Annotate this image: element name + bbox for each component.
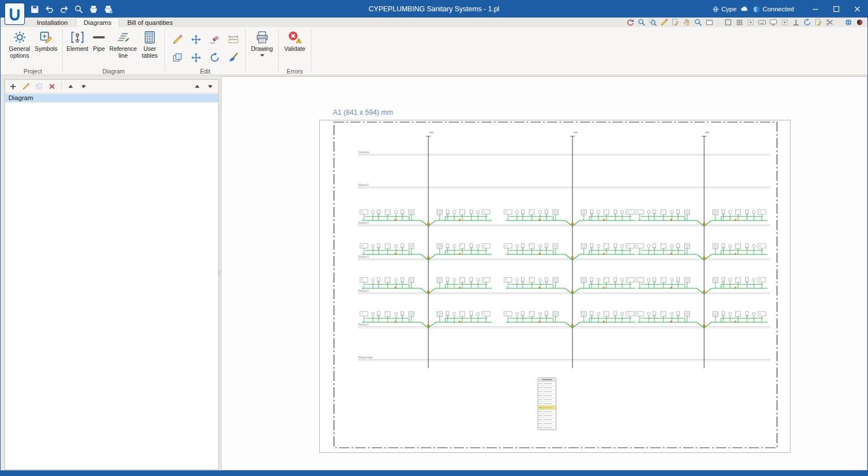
move-up-button[interactable] — [65, 81, 76, 92]
print-options-button[interactable] — [102, 3, 114, 15]
cloud-icon[interactable] — [740, 5, 749, 14]
edit-move-icon — [190, 34, 202, 45]
tab-diagrams[interactable]: Diagrams — [76, 18, 119, 27]
zoom-button[interactable] — [73, 3, 84, 15]
duplicate-diagram-icon — [35, 83, 43, 90]
edit-brush-icon — [228, 52, 239, 63]
web-icon — [844, 18, 853, 27]
save-button[interactable] — [29, 3, 40, 15]
zoom-window-icon — [637, 18, 646, 27]
new-window-button[interactable] — [705, 18, 714, 27]
scroll-up-button[interactable] — [192, 81, 203, 92]
selection-window-button[interactable] — [780, 18, 789, 27]
add-diagram-button[interactable] — [7, 81, 19, 92]
move-down-button[interactable] — [78, 81, 89, 92]
keyboard-input-button[interactable] — [757, 18, 767, 27]
brand-label[interactable]: Cype — [722, 6, 737, 12]
edit-diagram-icon — [22, 83, 30, 90]
drawing-canvas[interactable]: A1 (841 x 594) mm CubiertaPlanta 5Planta… — [221, 76, 867, 470]
edit-erase-button[interactable] — [205, 31, 224, 49]
diagram-list-panel: Diagram — [5, 79, 219, 470]
web-button[interactable] — [844, 18, 853, 27]
object-snap-button[interactable] — [746, 18, 756, 27]
maximize-button[interactable] — [826, 1, 847, 18]
rotate-view-icon — [803, 18, 811, 27]
minimize-button[interactable] — [805, 1, 826, 18]
ortho-mode-icon — [724, 18, 732, 27]
edit-displace-button[interactable] — [186, 49, 205, 67]
edit-diagram-button[interactable] — [20, 81, 32, 92]
print-preview-button[interactable] — [671, 18, 680, 27]
validate-button[interactable]: Validate — [281, 29, 308, 53]
ortho-mode-button[interactable] — [723, 18, 733, 27]
zoom-previous-icon — [694, 18, 702, 27]
edit-group-label: Edit — [165, 68, 245, 75]
print-button[interactable] — [88, 3, 99, 15]
edit-tools-grid — [168, 31, 242, 67]
redo-button[interactable] — [58, 3, 70, 15]
move-up-icon — [67, 83, 75, 90]
element-button[interactable]: Element — [66, 29, 89, 53]
license-button[interactable] — [855, 18, 865, 27]
sheet-format-label: A1 (841 x 594) mm — [333, 109, 393, 116]
scroll-down-button[interactable] — [205, 81, 216, 92]
delete-diagram-button[interactable] — [46, 81, 58, 92]
screen-scale-button[interactable] — [769, 18, 778, 27]
symbols-button[interactable]: Symbols — [33, 29, 59, 53]
pan-button[interactable] — [682, 18, 692, 27]
pipe-label: Pipe — [93, 46, 105, 53]
edit-measure-icon — [228, 34, 239, 45]
ribbon-group-errors: Validate Errors — [279, 27, 311, 75]
quick-access-toolbar — [29, 3, 114, 15]
zoom-window-button[interactable] — [637, 18, 646, 27]
object-snap-icon — [747, 18, 755, 27]
drawing-button[interactable]: Drawing — [249, 29, 275, 57]
user-tables-button[interactable]: User tables — [138, 29, 162, 59]
general-options-label: General options — [6, 46, 33, 59]
ribbon-group-project: General options Symbols Project — [3, 27, 62, 75]
license-icon — [856, 18, 864, 27]
edit-copy-button[interactable] — [168, 49, 186, 67]
edit-brush-button[interactable] — [224, 49, 242, 67]
scroll-up-icon — [193, 83, 201, 90]
svg-text:Planta 1: Planta 1 — [358, 323, 369, 326]
diagram-list-item[interactable]: Diagram — [5, 94, 218, 102]
edit-rotate-button[interactable] — [205, 49, 224, 67]
refresh-view-button[interactable] — [626, 18, 635, 27]
tab-installation[interactable]: Installation — [29, 18, 76, 27]
sheet-settings-icon — [814, 18, 823, 27]
zoom-extents-button[interactable] — [648, 18, 658, 27]
diagram-list: Diagram — [5, 94, 218, 469]
errors-group-label: Errors — [279, 68, 311, 75]
general-options-button[interactable]: General options — [6, 29, 33, 59]
close-button[interactable] — [847, 1, 867, 18]
reference-line-button[interactable]: Reference line — [108, 29, 138, 59]
undo-button[interactable] — [44, 3, 55, 15]
print-preview-icon — [671, 18, 680, 27]
reference-line-label: Reference line — [108, 46, 138, 59]
connection-icon — [752, 5, 761, 14]
perpendicular-button[interactable] — [791, 18, 801, 27]
rotate-view-button[interactable] — [802, 18, 812, 27]
edit-displace-icon — [190, 52, 202, 63]
edit-move-button[interactable] — [186, 31, 205, 49]
grid-button[interactable] — [735, 18, 744, 27]
edit-view-button[interactable] — [659, 18, 669, 27]
duplicate-diagram-button[interactable] — [33, 81, 45, 92]
printer-icon — [255, 30, 270, 45]
tab-bill-of-quantities[interactable]: Bill of quantities — [119, 18, 181, 27]
app-logo[interactable] — [5, 3, 24, 24]
edit-measure-button[interactable] — [224, 31, 242, 49]
close-icon — [853, 5, 862, 14]
refresh-view-icon — [626, 18, 635, 27]
cut-button[interactable] — [825, 18, 835, 27]
element-label: Element — [67, 46, 89, 53]
symbols-label: Symbols — [34, 46, 57, 53]
user-tables-label: User tables — [138, 46, 162, 59]
edit-pencil-button[interactable] — [168, 31, 186, 49]
pipe-icon — [92, 30, 106, 45]
sheet-settings-button[interactable] — [814, 18, 823, 27]
zoom-previous-button[interactable] — [693, 18, 703, 27]
pipe-button[interactable]: Pipe — [89, 29, 108, 53]
edit-erase-icon — [209, 34, 220, 45]
